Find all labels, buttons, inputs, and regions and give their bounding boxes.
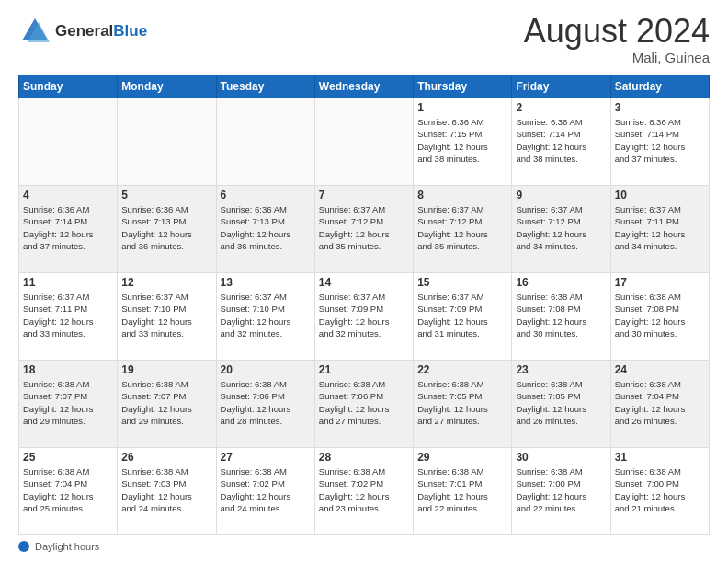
table-row: 17Sunrise: 6:38 AM Sunset: 7:08 PM Dayli…: [610, 273, 709, 361]
table-row: 8Sunrise: 6:37 AM Sunset: 7:12 PM Daylig…: [414, 186, 512, 273]
table-row: 23Sunrise: 6:38 AM Sunset: 7:05 PM Dayli…: [512, 361, 610, 448]
day-number-26: 26: [121, 451, 211, 464]
table-row: 5Sunrise: 6:36 AM Sunset: 7:13 PM Daylig…: [118, 186, 216, 273]
table-row: 2Sunrise: 6:36 AM Sunset: 7:14 PM Daylig…: [512, 98, 610, 186]
table-row: 31Sunrise: 6:38 AM Sunset: 7:00 PM Dayli…: [610, 448, 709, 535]
day-info-7: Sunrise: 6:37 AM Sunset: 7:12 PM Dayligh…: [319, 203, 409, 252]
table-row: 16Sunrise: 6:38 AM Sunset: 7:08 PM Dayli…: [512, 273, 610, 361]
day-info-22: Sunrise: 6:38 AM Sunset: 7:05 PM Dayligh…: [417, 378, 507, 427]
table-row: 1Sunrise: 6:36 AM Sunset: 7:15 PM Daylig…: [414, 98, 512, 186]
logo-icon: [18, 15, 51, 48]
col-thursday: Thursday: [414, 75, 512, 98]
day-number-6: 6: [221, 189, 311, 201]
day-info-28: Sunrise: 6:38 AM Sunset: 7:02 PM Dayligh…: [319, 465, 409, 514]
day-info-24: Sunrise: 6:38 AM Sunset: 7:04 PM Dayligh…: [615, 378, 705, 427]
col-wednesday: Wednesday: [314, 75, 413, 98]
day-info-3: Sunrise: 6:36 AM Sunset: 7:14 PM Dayligh…: [615, 116, 705, 165]
day-number-17: 17: [615, 276, 705, 289]
day-info-18: Sunrise: 6:38 AM Sunset: 7:07 PM Dayligh…: [23, 378, 113, 427]
table-row: 30Sunrise: 6:38 AM Sunset: 7:00 PM Dayli…: [512, 448, 610, 535]
table-row: 14Sunrise: 6:37 AM Sunset: 7:09 PM Dayli…: [314, 273, 413, 361]
table-row: 26Sunrise: 6:38 AM Sunset: 7:03 PM Dayli…: [118, 448, 216, 535]
week-row-1: 4Sunrise: 6:36 AM Sunset: 7:14 PM Daylig…: [19, 186, 710, 273]
day-number-8: 8: [417, 189, 507, 201]
logo-text: GeneralBlue: [55, 22, 147, 40]
day-number-1: 1: [417, 101, 507, 114]
day-info-30: Sunrise: 6:38 AM Sunset: 7:00 PM Dayligh…: [516, 465, 606, 514]
day-number-11: 11: [23, 276, 113, 289]
col-monday: Monday: [118, 75, 216, 98]
calendar-header-row: Sunday Monday Tuesday Wednesday Thursday…: [19, 75, 710, 98]
day-info-1: Sunrise: 6:36 AM Sunset: 7:15 PM Dayligh…: [417, 116, 507, 165]
table-row: 29Sunrise: 6:38 AM Sunset: 7:01 PM Dayli…: [414, 448, 512, 535]
daylight-label: Daylight hours: [35, 541, 99, 552]
table-row: [19, 98, 118, 186]
subtitle: Mali, Guinea: [524, 50, 710, 65]
day-number-21: 21: [319, 363, 409, 376]
week-row-2: 11Sunrise: 6:37 AM Sunset: 7:11 PM Dayli…: [19, 273, 710, 361]
header: GeneralBlue August 2024 Mali, Guinea: [18, 15, 710, 65]
day-number-19: 19: [121, 363, 211, 376]
day-number-14: 14: [319, 276, 409, 289]
calendar-table: Sunday Monday Tuesday Wednesday Thursday…: [18, 75, 710, 535]
table-row: [118, 98, 216, 186]
day-info-29: Sunrise: 6:38 AM Sunset: 7:01 PM Dayligh…: [417, 465, 507, 514]
footer: Daylight hours: [18, 541, 710, 552]
day-info-13: Sunrise: 6:37 AM Sunset: 7:10 PM Dayligh…: [221, 291, 311, 339]
day-info-2: Sunrise: 6:36 AM Sunset: 7:14 PM Dayligh…: [516, 116, 606, 165]
week-row-4: 25Sunrise: 6:38 AM Sunset: 7:04 PM Dayli…: [19, 448, 710, 535]
day-number-10: 10: [615, 189, 705, 201]
table-row: 19Sunrise: 6:38 AM Sunset: 7:07 PM Dayli…: [118, 361, 216, 448]
day-info-31: Sunrise: 6:38 AM Sunset: 7:00 PM Dayligh…: [615, 465, 705, 514]
day-number-18: 18: [23, 363, 113, 376]
day-info-25: Sunrise: 6:38 AM Sunset: 7:04 PM Dayligh…: [23, 465, 113, 514]
day-number-13: 13: [221, 276, 311, 289]
day-info-10: Sunrise: 6:37 AM Sunset: 7:11 PM Dayligh…: [615, 203, 705, 252]
month-title: August 2024: [524, 15, 710, 48]
day-info-15: Sunrise: 6:37 AM Sunset: 7:09 PM Dayligh…: [417, 291, 507, 339]
col-sunday: Sunday: [19, 75, 118, 98]
day-info-16: Sunrise: 6:38 AM Sunset: 7:08 PM Dayligh…: [516, 291, 606, 339]
table-row: 28Sunrise: 6:38 AM Sunset: 7:02 PM Dayli…: [314, 448, 413, 535]
day-info-17: Sunrise: 6:38 AM Sunset: 7:08 PM Dayligh…: [615, 291, 705, 339]
col-tuesday: Tuesday: [216, 75, 314, 98]
day-number-16: 16: [516, 276, 606, 289]
table-row: 3Sunrise: 6:36 AM Sunset: 7:14 PM Daylig…: [610, 98, 709, 186]
col-friday: Friday: [512, 75, 610, 98]
day-number-30: 30: [516, 451, 606, 464]
day-number-7: 7: [319, 189, 409, 201]
day-info-9: Sunrise: 6:37 AM Sunset: 7:12 PM Dayligh…: [516, 203, 606, 252]
day-info-6: Sunrise: 6:36 AM Sunset: 7:13 PM Dayligh…: [221, 203, 311, 252]
day-info-19: Sunrise: 6:38 AM Sunset: 7:07 PM Dayligh…: [121, 378, 211, 427]
title-area: August 2024 Mali, Guinea: [524, 15, 710, 65]
day-number-24: 24: [615, 363, 705, 376]
day-info-23: Sunrise: 6:38 AM Sunset: 7:05 PM Dayligh…: [516, 378, 606, 427]
day-number-23: 23: [516, 363, 606, 376]
logo: GeneralBlue: [18, 15, 147, 48]
table-row: 12Sunrise: 6:37 AM Sunset: 7:10 PM Dayli…: [118, 273, 216, 361]
day-number-31: 31: [615, 451, 705, 464]
table-row: 4Sunrise: 6:36 AM Sunset: 7:14 PM Daylig…: [19, 186, 118, 273]
table-row: 21Sunrise: 6:38 AM Sunset: 7:06 PM Dayli…: [314, 361, 413, 448]
day-number-3: 3: [615, 101, 705, 114]
day-info-4: Sunrise: 6:36 AM Sunset: 7:14 PM Dayligh…: [23, 203, 113, 252]
day-number-5: 5: [121, 189, 211, 201]
day-number-22: 22: [417, 363, 507, 376]
table-row: 18Sunrise: 6:38 AM Sunset: 7:07 PM Dayli…: [19, 361, 118, 448]
col-saturday: Saturday: [610, 75, 709, 98]
day-info-26: Sunrise: 6:38 AM Sunset: 7:03 PM Dayligh…: [121, 465, 211, 514]
day-number-2: 2: [516, 101, 606, 114]
table-row: 25Sunrise: 6:38 AM Sunset: 7:04 PM Dayli…: [19, 448, 118, 535]
day-info-20: Sunrise: 6:38 AM Sunset: 7:06 PM Dayligh…: [221, 378, 311, 427]
day-number-25: 25: [23, 451, 113, 464]
week-row-0: 1Sunrise: 6:36 AM Sunset: 7:15 PM Daylig…: [19, 98, 710, 186]
day-number-20: 20: [221, 363, 311, 376]
day-number-4: 4: [23, 189, 113, 201]
table-row: 22Sunrise: 6:38 AM Sunset: 7:05 PM Dayli…: [414, 361, 512, 448]
day-info-12: Sunrise: 6:37 AM Sunset: 7:10 PM Dayligh…: [121, 291, 211, 339]
footer-dot-icon: [18, 541, 29, 552]
day-number-29: 29: [417, 451, 507, 464]
table-row: 15Sunrise: 6:37 AM Sunset: 7:09 PM Dayli…: [414, 273, 512, 361]
table-row: 10Sunrise: 6:37 AM Sunset: 7:11 PM Dayli…: [610, 186, 709, 273]
day-number-28: 28: [319, 451, 409, 464]
